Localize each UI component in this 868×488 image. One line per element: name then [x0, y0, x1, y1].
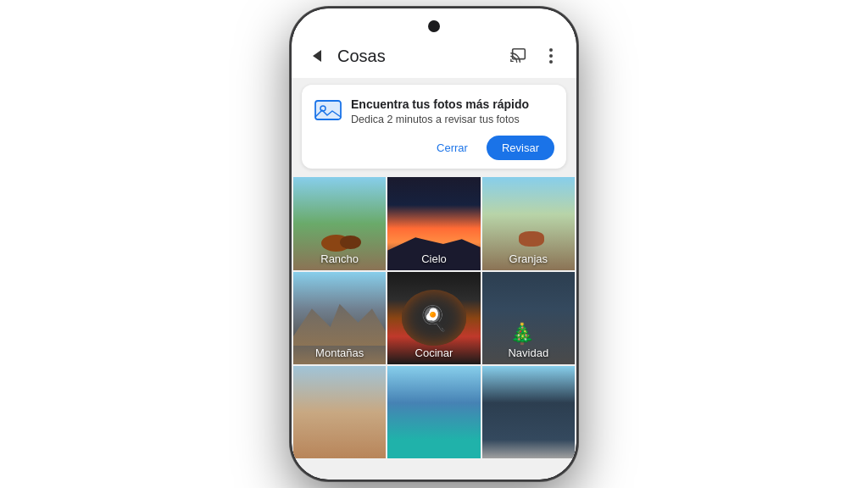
screen-content: Cosas	[292, 8, 576, 480]
back-arrow-icon	[313, 50, 321, 62]
photo-item-row3-2[interactable]	[387, 366, 480, 458]
dot1	[549, 48, 553, 52]
photo-item-cielo[interactable]: Cielo	[387, 177, 480, 269]
photo-label-granjas: Granjas	[482, 252, 575, 265]
notif-icon	[314, 97, 342, 125]
more-options-button[interactable]	[539, 44, 563, 68]
page-title: Cosas	[337, 47, 498, 66]
photo-label-cocinar: Cocinar	[387, 347, 480, 359]
dot2	[549, 54, 553, 58]
notif-title: Encuentra tus fotos más rápido	[351, 97, 529, 112]
photo-label-rancho: Rancho	[293, 252, 386, 265]
notification-card: Encuentra tus fotos más rápido Dedica 2 …	[302, 85, 566, 169]
photo-item-cocinar[interactable]: Cocinar	[387, 272, 480, 364]
notif-header: Encuentra tus fotos más rápido Dedica 2 …	[314, 97, 554, 125]
photo-label-cielo: Cielo	[387, 252, 480, 265]
review-button[interactable]: Revisar	[487, 136, 554, 160]
photo-item-montanas[interactable]: Montañas	[293, 272, 386, 364]
phone-screen: Cosas	[292, 8, 576, 480]
photo-item-row3-1[interactable]	[293, 366, 386, 458]
close-button[interactable]: Cerrar	[425, 136, 480, 160]
photo-label-navidad: Navidad	[482, 347, 575, 359]
photo-item-row3-3[interactable]	[482, 366, 575, 458]
photo-item-rancho[interactable]: Rancho	[293, 177, 386, 269]
phone-frame: Cosas	[290, 7, 578, 481]
phone-body: Cosas	[290, 7, 578, 481]
photo-item-navidad[interactable]: Navidad	[482, 272, 575, 364]
back-button[interactable]	[305, 44, 329, 68]
dot3	[549, 60, 553, 64]
notif-subtitle: Dedica 2 minutos a revisar tus fotos	[351, 114, 529, 125]
top-bar: Cosas	[292, 8, 576, 78]
svg-rect-1	[315, 101, 341, 119]
front-camera	[428, 20, 440, 32]
cast-icon	[509, 47, 528, 65]
photo-label-montanas: Montañas	[293, 347, 386, 359]
photo-grid: Rancho Cielo Granjas Montañas Cocinar	[292, 175, 576, 460]
photo-item-granjas[interactable]: Granjas	[482, 177, 575, 269]
notif-text: Encuentra tus fotos más rápido Dedica 2 …	[351, 97, 529, 125]
cast-button[interactable]	[507, 44, 531, 68]
photo-review-icon	[314, 97, 342, 125]
notif-actions: Cerrar Revisar	[314, 136, 554, 160]
